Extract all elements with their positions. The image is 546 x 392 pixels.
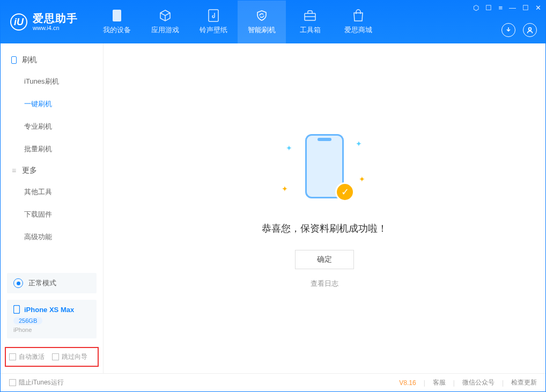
nav-label: 智能刷机: [248, 25, 276, 35]
sidebar-item-itunes[interactable]: iTunes刷机: [1, 70, 103, 93]
window-controls: ⬡ ☐ ≡ — ☐ ✕: [473, 4, 541, 12]
toolbox-icon: [304, 9, 316, 22]
bag-icon: [352, 9, 365, 22]
app-window: iU 爱思助手 www.i4.cn 我的设备 应用游戏 铃声壁纸 智能刷机: [0, 0, 546, 392]
cb-label: 自动激活: [19, 352, 45, 361]
version-label: V8.16: [399, 379, 416, 387]
body: 刷机 iTunes刷机 一键刷机 专业刷机 批量刷机 ≡ 更多 其他工具 下载固…: [1, 43, 545, 373]
sidebar-item-firmware[interactable]: 下载固件: [1, 203, 103, 226]
checkbox-auto-activate[interactable]: 自动激活: [9, 352, 45, 361]
top-nav: 我的设备 应用游戏 铃声壁纸 智能刷机 工具箱 爱思商城: [93, 1, 382, 43]
device-type: iPhone: [13, 327, 90, 333]
sparkle-icon: ✦: [282, 184, 288, 193]
sparkle-icon: ✦: [286, 144, 292, 152]
header-right: [501, 23, 537, 37]
maximize-button[interactable]: ☐: [522, 4, 529, 12]
svg-rect-0: [113, 10, 121, 21]
logo-icon: iU: [10, 13, 27, 31]
checkbox-skip-guide[interactable]: 跳过向导: [52, 352, 87, 361]
sidebar-item-batch[interactable]: 批量刷机: [1, 138, 103, 160]
device-capacity: 256GB: [13, 317, 42, 324]
sparkle-icon: ✦: [359, 175, 365, 183]
footer-right: V8.16 | 客服 | 微信公众号 | 检查更新: [399, 378, 537, 387]
ok-button[interactable]: 确定: [295, 250, 354, 269]
nav-store[interactable]: 爱思商城: [334, 1, 382, 43]
sidebar: 刷机 iTunes刷机 一键刷机 专业刷机 批量刷机 ≡ 更多 其他工具 下载固…: [1, 43, 104, 373]
main-content: ✦ ✦ ✦ ✦ ✓ 恭喜您，保资料刷机成功啦！ 确定 查看日志: [104, 43, 545, 373]
sidebar-section-more: ≡ 更多: [1, 160, 103, 181]
minimize-button[interactable]: —: [509, 4, 516, 12]
wechat-link[interactable]: 微信公众号: [462, 378, 495, 387]
music-file-icon: [207, 9, 220, 22]
nav-label: 铃声壁纸: [200, 25, 227, 35]
success-message: 恭喜您，保资料刷机成功啦！: [262, 222, 387, 235]
nav-apps-games[interactable]: 应用游戏: [141, 1, 189, 43]
footer: 阻止iTunes运行 V8.16 | 客服 | 微信公众号 | 检查更新: [1, 373, 545, 391]
view-log-link[interactable]: 查看日志: [311, 279, 338, 289]
check-update-link[interactable]: 检查更新: [511, 378, 537, 387]
svg-rect-4: [12, 57, 17, 64]
nav-label: 工具箱: [300, 25, 321, 35]
cube-icon: [159, 9, 172, 22]
checkbox-block-itunes[interactable]: 阻止iTunes运行: [9, 378, 64, 387]
app-title: 爱思助手: [33, 12, 78, 25]
svg-point-3: [529, 28, 532, 31]
check-badge-icon: ✓: [335, 182, 355, 202]
sparkle-icon: ✦: [356, 139, 362, 148]
refresh-shield-icon: [255, 9, 268, 22]
feedback-icon[interactable]: ☐: [485, 4, 492, 12]
nav-smart-flash[interactable]: 智能刷机: [238, 1, 286, 43]
sidebar-item-advanced[interactable]: 高级功能: [1, 226, 103, 248]
nav-toolbox[interactable]: 工具箱: [286, 1, 334, 43]
cb-label: 跳过向导: [62, 352, 87, 361]
section-label: 更多: [22, 166, 37, 175]
close-button[interactable]: ✕: [535, 4, 541, 12]
sidebar-item-pro[interactable]: 专业刷机: [1, 115, 103, 138]
nav-label: 我的设备: [103, 25, 131, 35]
cb-label: 阻止iTunes运行: [19, 378, 64, 387]
menu-icon[interactable]: ≡: [498, 4, 503, 12]
device-info-box[interactable]: iPhone XS Max 256GB iPhone: [7, 300, 97, 338]
header: iU 爱思助手 www.i4.cn 我的设备 应用游戏 铃声壁纸 智能刷机: [1, 1, 545, 43]
nav-label: 应用游戏: [151, 25, 179, 35]
list-icon: ≡: [10, 167, 18, 174]
phone-icon: [13, 305, 20, 314]
checkbox-highlight-row: 自动激活 跳过向导: [5, 347, 99, 367]
sidebar-item-onekey[interactable]: 一键刷机: [1, 93, 103, 115]
skin-icon[interactable]: ⬡: [473, 4, 479, 12]
mode-label: 正常模式: [28, 278, 56, 288]
nav-label: 爱思商城: [344, 25, 372, 35]
mode-icon: [13, 278, 23, 288]
phone-small-icon: [10, 56, 18, 64]
device-icon: [110, 9, 123, 22]
nav-ring-wall[interactable]: 铃声壁纸: [189, 1, 238, 43]
support-link[interactable]: 客服: [433, 378, 446, 387]
success-illustration: ✦ ✦ ✦ ✦ ✓: [282, 129, 367, 209]
svg-rect-5: [14, 306, 20, 314]
nav-my-device[interactable]: 我的设备: [93, 1, 141, 43]
logo: iU 爱思助手 www.i4.cn: [1, 12, 87, 32]
app-subtitle: www.i4.cn: [33, 25, 78, 32]
device-name: iPhone XS Max: [24, 306, 74, 314]
user-button[interactable]: [523, 23, 537, 37]
sidebar-section-flash: 刷机: [1, 50, 103, 70]
logo-text: 爱思助手 www.i4.cn: [33, 12, 78, 32]
device-mode-box[interactable]: 正常模式: [7, 273, 97, 293]
sidebar-item-other[interactable]: 其他工具: [1, 181, 103, 203]
download-button[interactable]: [501, 23, 515, 37]
section-label: 刷机: [22, 55, 37, 65]
